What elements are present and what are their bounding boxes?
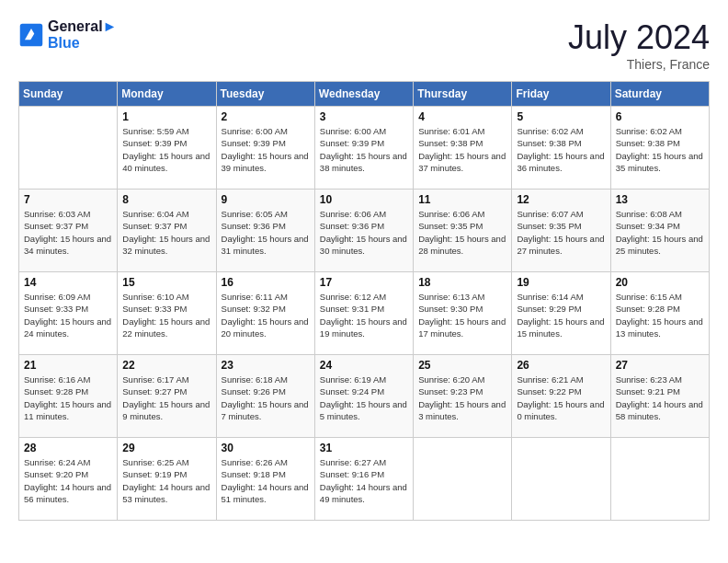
day-info: Sunrise: 6:09 AMSunset: 9:33 PMDaylight:… xyxy=(24,291,112,339)
weekday-header: Wednesday xyxy=(314,82,413,107)
day-number: 29 xyxy=(122,442,210,454)
day-number: 16 xyxy=(222,276,310,289)
day-number: 8 xyxy=(122,193,210,206)
day-number: 1 xyxy=(122,110,210,123)
location: Thiers, France xyxy=(568,57,710,72)
day-info: Sunrise: 6:20 AMSunset: 9:23 PMDaylight:… xyxy=(418,373,506,422)
day-info: Sunrise: 6:12 AMSunset: 9:31 PMDaylight:… xyxy=(320,291,408,339)
calendar-day-cell xyxy=(19,107,118,190)
day-info: Sunrise: 6:24 AMSunset: 9:20 PMDaylight:… xyxy=(24,456,112,505)
day-info: Sunrise: 6:26 AMSunset: 9:18 PMDaylight:… xyxy=(222,456,310,505)
month-year: July 2024 xyxy=(568,18,710,57)
calendar-day-cell: 8Sunrise: 6:04 AMSunset: 9:37 PMDaylight… xyxy=(118,190,216,272)
calendar-day-cell xyxy=(512,438,610,521)
day-info: Sunrise: 6:08 AMSunset: 9:34 PMDaylight:… xyxy=(616,208,704,257)
day-info: Sunrise: 6:02 AMSunset: 9:38 PMDaylight:… xyxy=(517,125,605,174)
weekday-header: Thursday xyxy=(414,82,512,107)
day-number: 25 xyxy=(418,359,506,372)
calendar-week-row: 21Sunrise: 6:16 AMSunset: 9:28 PMDayligh… xyxy=(19,355,710,438)
calendar-table: SundayMondayTuesdayWednesdayThursdayFrid… xyxy=(18,81,710,521)
day-number: 4 xyxy=(418,110,506,123)
day-info: Sunrise: 6:14 AMSunset: 9:29 PMDaylight:… xyxy=(517,291,605,339)
day-number: 20 xyxy=(616,276,704,289)
day-info: Sunrise: 6:25 AMSunset: 9:19 PMDaylight:… xyxy=(122,456,210,505)
calendar-week-row: 7Sunrise: 6:03 AMSunset: 9:37 PMDaylight… xyxy=(19,190,710,272)
day-number: 22 xyxy=(122,359,210,372)
calendar-week-row: 28Sunrise: 6:24 AMSunset: 9:20 PMDayligh… xyxy=(19,438,710,521)
day-info: Sunrise: 5:59 AMSunset: 9:39 PMDaylight:… xyxy=(122,125,210,174)
logo-icon xyxy=(18,22,44,48)
day-info: Sunrise: 6:06 AMSunset: 9:35 PMDaylight:… xyxy=(418,208,506,257)
calendar-day-cell: 7Sunrise: 6:03 AMSunset: 9:37 PMDaylight… xyxy=(19,190,118,272)
day-number: 28 xyxy=(24,442,112,454)
day-number: 30 xyxy=(222,442,310,454)
calendar-day-cell: 27Sunrise: 6:23 AMSunset: 9:21 PMDayligh… xyxy=(610,355,709,438)
day-info: Sunrise: 6:23 AMSunset: 9:21 PMDaylight:… xyxy=(616,373,704,422)
day-number: 13 xyxy=(616,193,704,206)
calendar-day-cell: 6Sunrise: 6:02 AMSunset: 9:38 PMDaylight… xyxy=(610,107,709,190)
calendar-day-cell: 31Sunrise: 6:27 AMSunset: 9:16 PMDayligh… xyxy=(314,438,413,521)
calendar-day-cell: 4Sunrise: 6:01 AMSunset: 9:38 PMDaylight… xyxy=(414,107,512,190)
day-info: Sunrise: 6:17 AMSunset: 9:27 PMDaylight:… xyxy=(122,373,210,422)
day-number: 5 xyxy=(517,110,605,123)
day-info: Sunrise: 6:27 AMSunset: 9:16 PMDaylight:… xyxy=(320,456,408,505)
day-info: Sunrise: 6:15 AMSunset: 9:28 PMDaylight:… xyxy=(616,291,704,339)
day-number: 24 xyxy=(320,359,408,372)
day-number: 15 xyxy=(122,276,210,289)
day-number: 11 xyxy=(418,193,506,206)
calendar-day-cell: 1Sunrise: 5:59 AMSunset: 9:39 PMDaylight… xyxy=(118,107,216,190)
day-number: 9 xyxy=(222,193,310,206)
calendar-day-cell: 12Sunrise: 6:07 AMSunset: 9:35 PMDayligh… xyxy=(512,190,610,272)
calendar-day-cell: 18Sunrise: 6:13 AMSunset: 9:30 PMDayligh… xyxy=(414,272,512,355)
page-header: General► Blue July 2024 Thiers, France xyxy=(18,18,710,72)
calendar-day-cell: 3Sunrise: 6:00 AMSunset: 9:39 PMDaylight… xyxy=(314,107,413,190)
day-number: 27 xyxy=(616,359,704,372)
calendar-day-cell: 19Sunrise: 6:14 AMSunset: 9:29 PMDayligh… xyxy=(512,272,610,355)
day-info: Sunrise: 6:10 AMSunset: 9:33 PMDaylight:… xyxy=(122,291,210,339)
calendar-day-cell: 24Sunrise: 6:19 AMSunset: 9:24 PMDayligh… xyxy=(314,355,413,438)
calendar-day-cell: 28Sunrise: 6:24 AMSunset: 9:20 PMDayligh… xyxy=(19,438,118,521)
day-number: 6 xyxy=(616,110,704,123)
day-number: 7 xyxy=(24,193,112,206)
day-number: 12 xyxy=(517,193,605,206)
weekday-header: Saturday xyxy=(610,82,709,107)
day-info: Sunrise: 6:11 AMSunset: 9:32 PMDaylight:… xyxy=(222,291,310,339)
day-info: Sunrise: 6:13 AMSunset: 9:30 PMDaylight:… xyxy=(418,291,506,339)
logo: General► Blue xyxy=(18,18,117,52)
weekday-header: Tuesday xyxy=(216,82,314,107)
day-info: Sunrise: 6:05 AMSunset: 9:36 PMDaylight:… xyxy=(222,208,310,257)
day-info: Sunrise: 6:04 AMSunset: 9:37 PMDaylight:… xyxy=(122,208,210,257)
day-info: Sunrise: 6:21 AMSunset: 9:22 PMDaylight:… xyxy=(517,373,605,422)
calendar-day-cell: 10Sunrise: 6:06 AMSunset: 9:36 PMDayligh… xyxy=(314,190,413,272)
logo-text: General► Blue xyxy=(48,18,117,52)
weekday-header-row: SundayMondayTuesdayWednesdayThursdayFrid… xyxy=(19,82,710,107)
day-info: Sunrise: 6:01 AMSunset: 9:38 PMDaylight:… xyxy=(418,125,506,174)
calendar-day-cell: 13Sunrise: 6:08 AMSunset: 9:34 PMDayligh… xyxy=(610,190,709,272)
calendar-day-cell: 22Sunrise: 6:17 AMSunset: 9:27 PMDayligh… xyxy=(118,355,216,438)
day-info: Sunrise: 6:16 AMSunset: 9:28 PMDaylight:… xyxy=(24,373,112,422)
calendar-day-cell: 14Sunrise: 6:09 AMSunset: 9:33 PMDayligh… xyxy=(19,272,118,355)
calendar-day-cell: 20Sunrise: 6:15 AMSunset: 9:28 PMDayligh… xyxy=(610,272,709,355)
weekday-header: Monday xyxy=(118,82,216,107)
day-info: Sunrise: 6:00 AMSunset: 9:39 PMDaylight:… xyxy=(222,125,310,174)
day-number: 21 xyxy=(24,359,112,372)
day-info: Sunrise: 6:18 AMSunset: 9:26 PMDaylight:… xyxy=(222,373,310,422)
calendar-day-cell: 15Sunrise: 6:10 AMSunset: 9:33 PMDayligh… xyxy=(118,272,216,355)
day-number: 10 xyxy=(320,193,408,206)
calendar-day-cell: 21Sunrise: 6:16 AMSunset: 9:28 PMDayligh… xyxy=(19,355,118,438)
day-info: Sunrise: 6:07 AMSunset: 9:35 PMDaylight:… xyxy=(517,208,605,257)
calendar-day-cell: 11Sunrise: 6:06 AMSunset: 9:35 PMDayligh… xyxy=(414,190,512,272)
day-number: 19 xyxy=(517,276,605,289)
day-info: Sunrise: 6:00 AMSunset: 9:39 PMDaylight:… xyxy=(320,125,408,174)
calendar-day-cell: 9Sunrise: 6:05 AMSunset: 9:36 PMDaylight… xyxy=(216,190,314,272)
calendar-day-cell xyxy=(414,438,512,521)
calendar-week-row: 14Sunrise: 6:09 AMSunset: 9:33 PMDayligh… xyxy=(19,272,710,355)
calendar-day-cell xyxy=(610,438,709,521)
day-number: 17 xyxy=(320,276,408,289)
day-number: 18 xyxy=(418,276,506,289)
calendar-day-cell: 5Sunrise: 6:02 AMSunset: 9:38 PMDaylight… xyxy=(512,107,610,190)
calendar-day-cell: 29Sunrise: 6:25 AMSunset: 9:19 PMDayligh… xyxy=(118,438,216,521)
day-number: 2 xyxy=(222,110,310,123)
calendar-day-cell: 25Sunrise: 6:20 AMSunset: 9:23 PMDayligh… xyxy=(414,355,512,438)
day-number: 3 xyxy=(320,110,408,123)
